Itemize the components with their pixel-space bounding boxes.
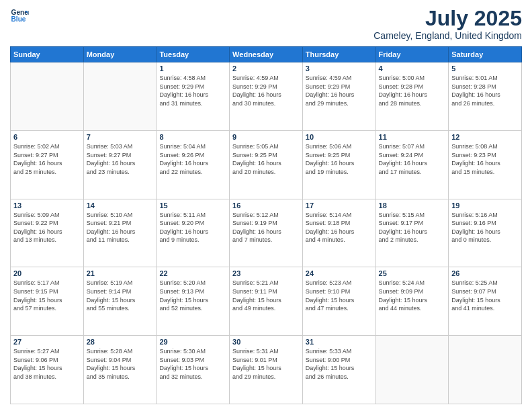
day-info: Sunrise: 5:10 AM Sunset: 9:21 PM Dayligh…	[87, 211, 154, 244]
table-row: 22Sunrise: 5:20 AM Sunset: 9:13 PM Dayli…	[157, 267, 230, 336]
day-number: 24	[306, 269, 373, 277]
table-row: 13Sunrise: 5:09 AM Sunset: 9:22 PM Dayli…	[11, 199, 84, 267]
calendar-week-row: 1Sunrise: 4:58 AM Sunset: 9:29 PM Daylig…	[11, 62, 522, 131]
table-row	[83, 62, 157, 131]
day-info: Sunrise: 4:59 AM Sunset: 9:29 PM Dayligh…	[232, 74, 300, 107]
title-block: July 2025 Cameley, England, United Kingd…	[373, 7, 522, 41]
day-info: Sunrise: 5:20 AM Sunset: 9:13 PM Dayligh…	[159, 279, 226, 312]
day-info: Sunrise: 5:16 AM Sunset: 9:16 PM Dayligh…	[451, 211, 519, 244]
svg-text:Blue: Blue	[11, 15, 26, 23]
day-info: Sunrise: 5:02 AM Sunset: 9:27 PM Dayligh…	[13, 142, 81, 176]
col-sunday: Sunday	[11, 47, 84, 62]
calendar-header-row: Sunday Monday Tuesday Wednesday Thursday…	[11, 47, 522, 62]
table-row: 21Sunrise: 5:19 AM Sunset: 9:14 PM Dayli…	[83, 267, 157, 336]
day-number: 27	[13, 338, 81, 346]
table-row: 23Sunrise: 5:21 AM Sunset: 9:11 PM Dayli…	[230, 267, 303, 336]
day-number: 9	[232, 133, 300, 141]
day-info: Sunrise: 5:11 AM Sunset: 9:20 PM Dayligh…	[159, 211, 226, 244]
calendar-table: Sunday Monday Tuesday Wednesday Thursday…	[10, 46, 522, 404]
sub-title: Cameley, England, United Kingdom	[373, 30, 522, 41]
day-info: Sunrise: 5:00 AM Sunset: 9:28 PM Dayligh…	[379, 74, 446, 107]
table-row: 27Sunrise: 5:27 AM Sunset: 9:06 PM Dayli…	[11, 336, 84, 404]
day-number: 22	[159, 269, 226, 277]
page: General Blue July 2025 Cameley, England,…	[0, 0, 532, 411]
day-number: 7	[87, 133, 154, 141]
calendar-week-row: 6Sunrise: 5:02 AM Sunset: 9:27 PM Daylig…	[11, 130, 522, 199]
day-number: 29	[159, 338, 226, 346]
day-info: Sunrise: 4:58 AM Sunset: 9:29 PM Dayligh…	[159, 74, 226, 107]
table-row: 1Sunrise: 4:58 AM Sunset: 9:29 PM Daylig…	[157, 62, 230, 131]
day-number: 1	[159, 64, 226, 73]
day-info: Sunrise: 5:31 AM Sunset: 9:01 PM Dayligh…	[232, 347, 300, 381]
day-info: Sunrise: 5:27 AM Sunset: 9:06 PM Dayligh…	[13, 347, 81, 381]
day-number: 4	[379, 64, 446, 73]
day-info: Sunrise: 5:14 AM Sunset: 9:18 PM Dayligh…	[306, 211, 373, 244]
calendar-week-row: 13Sunrise: 5:09 AM Sunset: 9:22 PM Dayli…	[11, 199, 522, 267]
table-row: 30Sunrise: 5:31 AM Sunset: 9:01 PM Dayli…	[230, 336, 303, 404]
day-number: 23	[232, 269, 300, 277]
col-wednesday: Wednesday	[230, 47, 303, 62]
col-monday: Monday	[83, 47, 157, 62]
table-row: 24Sunrise: 5:23 AM Sunset: 9:10 PM Dayli…	[302, 267, 375, 336]
table-row	[449, 336, 522, 404]
table-row: 4Sunrise: 5:00 AM Sunset: 9:28 PM Daylig…	[375, 62, 449, 131]
main-title: July 2025	[373, 7, 522, 30]
day-number: 5	[451, 64, 519, 73]
table-row: 12Sunrise: 5:08 AM Sunset: 9:23 PM Dayli…	[449, 130, 522, 199]
day-info: Sunrise: 4:59 AM Sunset: 9:29 PM Dayligh…	[306, 74, 373, 107]
table-row	[11, 62, 84, 131]
day-info: Sunrise: 5:09 AM Sunset: 9:22 PM Dayligh…	[13, 211, 81, 244]
day-number: 6	[13, 133, 81, 141]
logo-icon: General Blue	[10, 7, 29, 26]
day-number: 16	[232, 201, 300, 210]
calendar-week-row: 27Sunrise: 5:27 AM Sunset: 9:06 PM Dayli…	[11, 336, 522, 404]
table-row: 17Sunrise: 5:14 AM Sunset: 9:18 PM Dayli…	[302, 199, 375, 267]
day-number: 25	[379, 269, 446, 277]
col-tuesday: Tuesday	[157, 47, 230, 62]
table-row: 3Sunrise: 4:59 AM Sunset: 9:29 PM Daylig…	[302, 62, 375, 131]
day-info: Sunrise: 5:06 AM Sunset: 9:25 PM Dayligh…	[306, 142, 373, 176]
table-row: 29Sunrise: 5:30 AM Sunset: 9:03 PM Dayli…	[157, 336, 230, 404]
table-row: 19Sunrise: 5:16 AM Sunset: 9:16 PM Dayli…	[449, 199, 522, 267]
day-number: 11	[379, 133, 446, 141]
day-number: 28	[87, 338, 154, 346]
day-number: 31	[306, 338, 373, 346]
day-number: 3	[306, 64, 373, 73]
day-info: Sunrise: 5:33 AM Sunset: 9:00 PM Dayligh…	[306, 347, 373, 381]
table-row: 2Sunrise: 4:59 AM Sunset: 9:29 PM Daylig…	[230, 62, 303, 131]
day-number: 18	[379, 201, 446, 210]
table-row: 20Sunrise: 5:17 AM Sunset: 9:15 PM Dayli…	[11, 267, 84, 336]
day-number: 17	[306, 201, 373, 210]
day-info: Sunrise: 5:05 AM Sunset: 9:25 PM Dayligh…	[232, 142, 300, 176]
day-info: Sunrise: 5:01 AM Sunset: 9:28 PM Dayligh…	[451, 74, 519, 107]
col-friday: Friday	[375, 47, 449, 62]
day-info: Sunrise: 5:12 AM Sunset: 9:19 PM Dayligh…	[232, 211, 300, 244]
logo: General Blue	[10, 7, 29, 26]
table-row: 10Sunrise: 5:06 AM Sunset: 9:25 PM Dayli…	[302, 130, 375, 199]
day-number: 30	[232, 338, 300, 346]
table-row: 16Sunrise: 5:12 AM Sunset: 9:19 PM Dayli…	[230, 199, 303, 267]
day-number: 13	[13, 201, 81, 210]
header: General Blue July 2025 Cameley, England,…	[10, 7, 522, 41]
day-number: 2	[232, 64, 300, 73]
day-info: Sunrise: 5:19 AM Sunset: 9:14 PM Dayligh…	[87, 279, 154, 312]
table-row: 8Sunrise: 5:04 AM Sunset: 9:26 PM Daylig…	[157, 130, 230, 199]
day-info: Sunrise: 5:15 AM Sunset: 9:17 PM Dayligh…	[379, 211, 446, 244]
table-row: 15Sunrise: 5:11 AM Sunset: 9:20 PM Dayli…	[157, 199, 230, 267]
day-info: Sunrise: 5:23 AM Sunset: 9:10 PM Dayligh…	[306, 279, 373, 312]
table-row: 7Sunrise: 5:03 AM Sunset: 9:27 PM Daylig…	[83, 130, 157, 199]
day-info: Sunrise: 5:17 AM Sunset: 9:15 PM Dayligh…	[13, 279, 81, 312]
table-row: 31Sunrise: 5:33 AM Sunset: 9:00 PM Dayli…	[302, 336, 375, 404]
day-info: Sunrise: 5:21 AM Sunset: 9:11 PM Dayligh…	[232, 279, 300, 312]
day-number: 20	[13, 269, 81, 277]
day-info: Sunrise: 5:04 AM Sunset: 9:26 PM Dayligh…	[159, 142, 226, 176]
day-number: 21	[87, 269, 154, 277]
day-info: Sunrise: 5:25 AM Sunset: 9:07 PM Dayligh…	[451, 279, 519, 312]
day-number: 14	[87, 201, 154, 210]
col-saturday: Saturday	[449, 47, 522, 62]
calendar-week-row: 20Sunrise: 5:17 AM Sunset: 9:15 PM Dayli…	[11, 267, 522, 336]
day-number: 8	[159, 133, 226, 141]
table-row: 9Sunrise: 5:05 AM Sunset: 9:25 PM Daylig…	[230, 130, 303, 199]
col-thursday: Thursday	[302, 47, 375, 62]
table-row: 5Sunrise: 5:01 AM Sunset: 9:28 PM Daylig…	[449, 62, 522, 131]
